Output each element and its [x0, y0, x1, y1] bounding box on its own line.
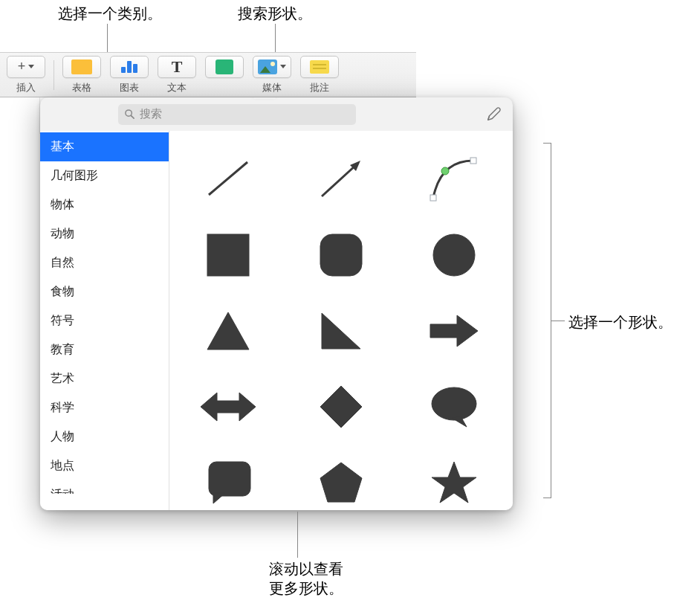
svg-marker-22 — [432, 462, 476, 503]
sidebar-item-symbols[interactable]: 符号 — [40, 306, 169, 335]
popover-header: 搜索 — [40, 97, 513, 131]
svg-rect-10 — [320, 234, 362, 276]
shape-rounded-square[interactable] — [311, 229, 371, 281]
shape-triangle[interactable] — [198, 305, 258, 357]
shape-callout-square[interactable] — [198, 457, 258, 509]
sidebar-item-nature[interactable]: 自然 — [40, 248, 169, 277]
shape-star[interactable] — [424, 457, 484, 509]
toolbar-group-text: T 文本 — [158, 56, 196, 94]
chart-icon — [121, 61, 137, 73]
sidebar-item-animals[interactable]: 动物 — [40, 219, 169, 248]
category-sidebar: 基本 几何图形 物体 动物 自然 食物 符号 教育 艺术 科学 人物 地点 活动 — [40, 131, 169, 510]
plus-icon: + — [18, 59, 26, 74]
svg-marker-15 — [201, 393, 256, 421]
sidebar-item-geometry[interactable]: 几何图形 — [40, 161, 169, 190]
shapes-popover: 搜索 基本 几何图形 物体 动物 自然 食物 符号 教育 艺术 科学 人物 地点… — [40, 97, 513, 510]
shape-diamond[interactable] — [311, 381, 371, 433]
search-input[interactable]: 搜索 — [118, 104, 356, 125]
svg-line-4 — [322, 165, 356, 196]
svg-marker-14 — [430, 315, 478, 347]
svg-rect-19 — [209, 462, 250, 496]
window-body-strip — [0, 97, 40, 134]
sidebar-item-science[interactable]: 科学 — [40, 393, 169, 422]
toolbar-group-insert: + 插入 — [7, 56, 45, 94]
insert-button[interactable]: + — [7, 56, 45, 78]
toolbar-group-chart: 图表 — [110, 56, 149, 94]
svg-marker-12 — [207, 312, 249, 350]
svg-rect-9 — [207, 234, 249, 276]
toolbar-divider — [54, 60, 54, 90]
table-button[interactable] — [62, 56, 101, 78]
chevron-down-icon — [28, 65, 34, 68]
sidebar-item-food[interactable]: 食物 — [40, 277, 169, 306]
shapes-scroll-area[interactable] — [169, 131, 513, 510]
shape-right-triangle[interactable] — [311, 305, 371, 357]
callout-scroll-more-2: 更多形状。 — [269, 579, 343, 599]
media-button[interactable] — [253, 56, 291, 78]
text-icon: T — [172, 57, 183, 77]
callout-leader-scroll — [297, 512, 298, 558]
shape-button[interactable] — [205, 56, 244, 78]
toolbar: + 插入 表格 图表 T 文本 形状 媒体 — [0, 52, 416, 97]
sidebar-item-objects[interactable]: 物体 — [40, 190, 169, 219]
pen-icon[interactable] — [486, 106, 502, 123]
comment-label: 批注 — [310, 81, 329, 94]
shape-icon — [215, 59, 233, 74]
callout-bracket-shapes — [544, 143, 551, 498]
svg-rect-7 — [470, 158, 476, 164]
callout-search-shapes: 搜索形状。 — [238, 4, 312, 24]
sidebar-item-basic[interactable]: 基本 — [40, 132, 169, 161]
toolbar-group-table: 表格 — [62, 56, 101, 94]
svg-point-8 — [441, 167, 449, 175]
popover-body: 基本 几何图形 物体 动物 自然 食物 符号 教育 艺术 科学 人物 地点 活动 — [40, 131, 513, 510]
sidebar-item-art[interactable]: 艺术 — [40, 364, 169, 393]
svg-point-17 — [432, 387, 476, 420]
toolbar-group-shape: 形状 — [205, 56, 244, 94]
shape-curve[interactable] — [424, 153, 484, 205]
insert-label: 插入 — [16, 81, 36, 94]
callout-choose-category: 选择一个类别。 — [58, 4, 162, 24]
shape-arrow-line[interactable] — [311, 153, 371, 205]
shape-arrow-right[interactable] — [424, 305, 484, 357]
svg-marker-13 — [322, 313, 360, 349]
chart-label: 图表 — [120, 81, 139, 94]
chart-button[interactable] — [110, 56, 149, 78]
svg-point-11 — [433, 234, 475, 276]
search-placeholder: 搜索 — [140, 107, 162, 121]
shape-pentagon[interactable] — [311, 457, 371, 509]
shape-arrow-bidirectional[interactable] — [198, 381, 258, 433]
svg-line-1 — [132, 116, 135, 119]
table-label: 表格 — [72, 81, 91, 94]
shape-speech-bubble[interactable] — [424, 381, 484, 433]
toolbar-group-comment: 批注 — [300, 56, 339, 94]
text-label: 文本 — [167, 81, 187, 94]
shape-square[interactable] — [198, 229, 258, 281]
callout-leader-shapes — [551, 321, 565, 321]
comment-icon — [310, 60, 329, 74]
shape-line[interactable] — [198, 153, 258, 205]
search-icon — [124, 109, 135, 120]
comment-button[interactable] — [300, 56, 339, 78]
callout-scroll-more-1: 滚动以查看 — [269, 559, 343, 579]
sidebar-item-people[interactable]: 人物 — [40, 422, 169, 451]
sidebar-item-places[interactable]: 地点 — [40, 451, 169, 480]
sidebar-item-education[interactable]: 教育 — [40, 335, 169, 364]
text-button[interactable]: T — [158, 56, 196, 78]
media-label: 媒体 — [262, 81, 282, 94]
sidebar-item-activities[interactable]: 活动 — [40, 480, 169, 494]
media-icon — [258, 59, 277, 74]
shape-circle[interactable] — [424, 229, 484, 281]
table-icon — [71, 59, 92, 74]
svg-line-3 — [209, 162, 247, 195]
svg-rect-6 — [430, 195, 436, 201]
shapes-grid — [169, 131, 513, 509]
svg-marker-20 — [213, 493, 225, 503]
toolbar-group-media: 媒体 — [253, 56, 291, 94]
svg-marker-21 — [320, 463, 362, 502]
chevron-down-icon — [280, 65, 286, 68]
svg-marker-16 — [320, 386, 362, 428]
callout-choose-shape: 选择一个形状。 — [568, 312, 673, 332]
